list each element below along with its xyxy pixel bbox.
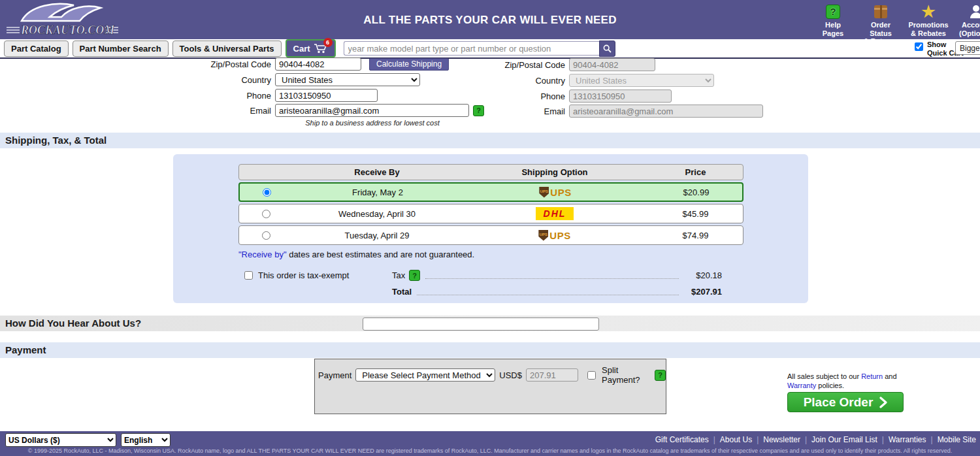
footer-links: Gift Certificates| About Us| Newsletter|… [655, 435, 976, 444]
account-icon [970, 5, 980, 18]
total-value: $207.91 [684, 287, 722, 297]
payment-amount-input [526, 368, 578, 382]
billing-country-select: United States [569, 74, 714, 87]
package-icon [874, 5, 887, 18]
receive-by-date: Wednesday, April 30 [291, 209, 463, 219]
billing-phone-label: Phone [294, 91, 569, 101]
place-order-button[interactable]: Place Order [787, 392, 904, 412]
search-input[interactable] [344, 41, 599, 56]
search-icon [603, 44, 612, 53]
tab-part-catalog[interactable]: Part Catalog [4, 41, 69, 57]
dotted-leader [425, 278, 679, 279]
split-payment-help-icon[interactable]: ? [655, 370, 666, 381]
shipping-table-header: Receive By Shipping Option Price [238, 164, 743, 180]
shipping-phone-label: Phone [0, 91, 275, 101]
receive-by-date: Tuesday, April 29 [291, 231, 463, 240]
tax-exempt-checkbox[interactable] [244, 271, 253, 280]
split-payment-label: Split Payment? [602, 365, 647, 385]
shipping-option-row[interactable]: Friday, May 2 UPSUPS $20.99 [238, 182, 743, 202]
shipping-price: $45.99 [647, 209, 744, 219]
shipping-option-radio[interactable] [263, 188, 271, 197]
show-quick-cart-checkbox[interactable] [915, 42, 923, 51]
footer-link-gift-certificates[interactable]: Gift Certificates [655, 435, 709, 444]
receive-by-date: Friday, May 2 [292, 187, 463, 197]
tax-value: $20.18 [684, 270, 722, 280]
billing-zip-input [569, 58, 655, 71]
shipping-option-radio[interactable] [262, 231, 270, 240]
star-icon: ★ [921, 5, 936, 18]
receive-by-disclaimer: "Receive by" dates are best estimates an… [238, 250, 474, 259]
tab-cart[interactable]: Cart 6 [286, 39, 336, 57]
payment-header: Payment [0, 342, 980, 358]
warranty-policy-link[interactable]: Warranty [787, 382, 816, 389]
split-payment-checkbox[interactable] [587, 371, 596, 380]
total-row: Total $207.91 [238, 287, 722, 297]
billing-country-label: Country [294, 76, 569, 86]
language-select[interactable]: English [121, 433, 171, 447]
footer-link-mobile-site[interactable]: Mobile Site [938, 435, 976, 444]
currency-label: USD$ [499, 370, 522, 380]
shipping-country-label: Country [0, 75, 275, 85]
carrier-logo: DHL [463, 207, 647, 221]
shipping-zip-label: Zip/Postal Code [0, 59, 275, 69]
footer: US Dollars ($) English Gift Certificates… [0, 431, 980, 456]
footer-link-warranties[interactable]: Warranties [889, 435, 926, 444]
bigger-text-button[interactable]: Bigge [955, 41, 980, 55]
billing-phone-input [569, 90, 672, 103]
dotted-leader [417, 294, 679, 295]
tax-row: This order is tax-exempt Tax ? $20.18 [238, 269, 722, 282]
shipping-options-panel: Receive By Shipping Option Price Friday,… [173, 154, 808, 303]
receive-by-link[interactable]: "Receive by" [238, 250, 287, 259]
shipping-price: $20.99 [647, 187, 745, 197]
footer-link-newsletter[interactable]: Newsletter [763, 435, 800, 444]
shipping-tax-total-header: Shipping, Tax, & Total [0, 133, 980, 148]
shipping-option-row[interactable]: Wednesday, April 30 DHL $45.99 [238, 204, 743, 223]
billing-zip-label: Zip/Postal Code [294, 60, 569, 70]
payment-label: Payment [318, 370, 351, 380]
shipping-option-row[interactable]: Tuesday, April 29 UPSUPS $74.99 [238, 225, 743, 245]
billing-email-input [569, 105, 763, 118]
shipping-email-label: Email [0, 106, 275, 116]
cart-count-badge: 6 [323, 38, 333, 47]
payment-method-select[interactable]: Please Select Payment Method [355, 368, 495, 382]
currency-select[interactable]: US Dollars ($) [5, 433, 116, 447]
col-shipping-option: Shipping Option [463, 167, 647, 177]
copyright-text: © 1999-2025 RockAuto, LLC - Madison, Wis… [0, 448, 980, 454]
business-address-note: Ship to a business address for lowest co… [274, 119, 470, 127]
carrier-logo: UPSUPS [463, 187, 647, 198]
cart-icon: 6 [314, 43, 328, 54]
quick-link-label: Account(Optional) [955, 21, 980, 37]
search-button[interactable] [599, 41, 615, 57]
shipping-option-radio[interactable] [262, 210, 270, 218]
footer-link-about-us[interactable]: About Us [720, 435, 752, 444]
tax-exempt-label: This order is tax-exempt [258, 270, 349, 280]
footer-link-join-email-list[interactable]: Join Our Email List [811, 435, 877, 444]
shipping-options-table: Receive By Shipping Option Price Friday,… [238, 164, 743, 245]
tax-label: Tax [392, 270, 405, 280]
total-label: Total [392, 287, 412, 297]
billing-email-label: Email [294, 106, 569, 116]
hear-about-input[interactable] [363, 318, 599, 331]
tax-help-icon[interactable]: ? [409, 270, 420, 281]
carrier-logo: UPSUPS [463, 230, 647, 241]
return-policy-link[interactable]: Return [861, 372, 883, 380]
tab-tools-universal-parts[interactable]: Tools & Universal Parts [172, 41, 282, 57]
top-header: ROCKAUTO.COM ALL THE PARTS YOUR CAR WILL… [0, 0, 980, 39]
search-bar [344, 41, 615, 57]
help-icon: ? [826, 5, 840, 19]
chevron-right-icon [879, 397, 887, 408]
rockauto-checkout-page: ROCKAUTO.COM ALL THE PARTS YOUR CAR WILL… [0, 0, 980, 456]
main-nav-bar: Part Catalog Part Number Search Tools & … [0, 39, 980, 59]
payment-box: Payment Please Select Payment Method USD… [314, 359, 666, 414]
tab-part-number-search[interactable]: Part Number Search [73, 41, 169, 57]
quick-link-label: Promotions& Rebates [907, 21, 949, 37]
col-receive-by: Receive By [291, 167, 463, 177]
shipping-price: $74.99 [647, 231, 744, 240]
sales-policy-note: All sales subject to our Return and Warr… [787, 372, 905, 391]
quick-link-label: HelpPages [812, 21, 854, 37]
col-price: Price [647, 167, 744, 177]
